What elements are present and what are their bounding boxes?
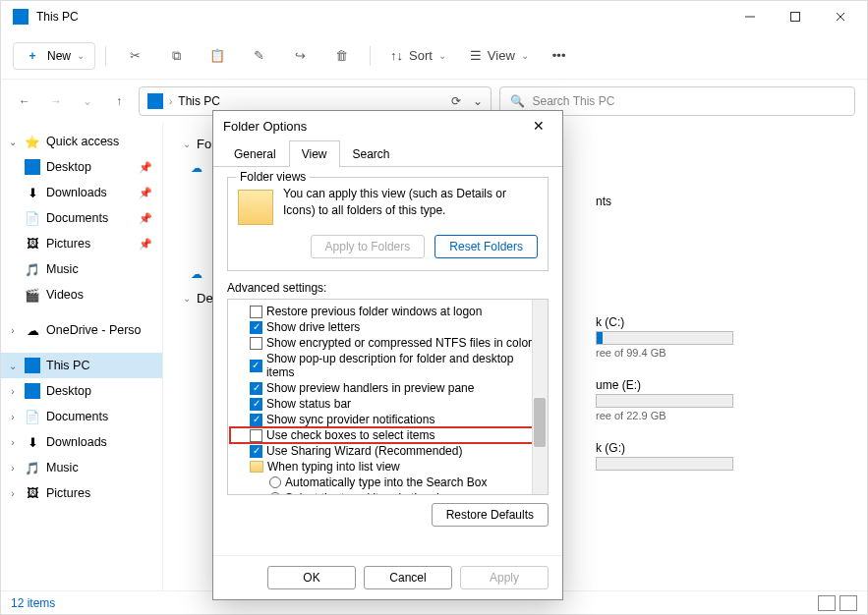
- setting-label: Automatically type into the Search Box: [285, 475, 487, 489]
- radio[interactable]: [269, 492, 281, 495]
- setting-label: Show sync provider notifications: [266, 413, 434, 426]
- forward-button[interactable]: →: [44, 89, 68, 113]
- cut-icon: ✂: [126, 47, 144, 65]
- item-count: 12 items: [11, 596, 55, 610]
- sidebar-pictures[interactable]: 🖼Pictures📌: [1, 231, 162, 256]
- advanced-setting-item[interactable]: ✓Use Sharing Wizard (Recommended): [230, 443, 546, 459]
- sidebar-downloads[interactable]: ⬇Downloads📌: [1, 180, 162, 205]
- music-icon: 🎵: [25, 261, 40, 277]
- toolbar: + New ⌄ ✂ ⧉ 📋 ✎ ↪ 🗑 ↑↓ Sort ⌄ ☰ View ⌄ •…: [1, 32, 867, 80]
- scrollbar-thumb[interactable]: [534, 398, 546, 447]
- chevron-right-icon: ›: [169, 96, 172, 107]
- checkbox[interactable]: ✓: [250, 398, 262, 411]
- pc-icon: [25, 358, 40, 373]
- advanced-setting-item[interactable]: Show encrypted or compressed NTFS files …: [230, 335, 546, 351]
- sidebar-pc-downloads[interactable]: ›⬇Downloads: [1, 429, 162, 455]
- checkbox[interactable]: ✓: [250, 321, 262, 334]
- paste-icon: 📋: [208, 47, 226, 65]
- sidebar-onedrive[interactable]: ›☁OneDrive - Perso: [1, 317, 162, 343]
- minimize-button[interactable]: [727, 1, 773, 32]
- checkbox[interactable]: ✓: [250, 360, 262, 372]
- advanced-settings-list[interactable]: Restore previous folder windows at logon…: [227, 299, 549, 495]
- sidebar-music[interactable]: 🎵Music: [1, 256, 162, 282]
- desktop-icon: [25, 383, 40, 399]
- new-button[interactable]: + New ⌄: [13, 42, 95, 70]
- advanced-setting-item[interactable]: ✓Show drive letters: [230, 319, 546, 335]
- checkbox[interactable]: ✓: [250, 382, 262, 395]
- drive-item[interactable]: ume (E:) ree of 22.9 GB: [596, 378, 847, 421]
- restore-defaults-button[interactable]: Restore Defaults: [432, 503, 549, 527]
- recent-button[interactable]: ⌄: [76, 89, 99, 113]
- large-icons-view-icon[interactable]: [839, 595, 857, 611]
- music-icon: 🎵: [25, 460, 40, 475]
- sidebar-videos[interactable]: 🎬Videos: [1, 282, 162, 308]
- dialog-close-button[interactable]: ✕: [525, 116, 552, 136]
- plus-icon: +: [24, 47, 41, 65]
- sidebar-desktop[interactable]: Desktop📌: [1, 154, 162, 180]
- rename-button[interactable]: ✎: [240, 41, 277, 71]
- drive-capacity-bar: [596, 331, 733, 345]
- cancel-button[interactable]: Cancel: [364, 566, 452, 589]
- search-placeholder: Search This PC: [533, 94, 615, 108]
- paste-button[interactable]: 📋: [199, 41, 236, 71]
- advanced-setting-item[interactable]: ✓Show sync provider notifications: [230, 412, 546, 427]
- advanced-setting-item[interactable]: ✓Show pop-up description for folder and …: [230, 351, 546, 380]
- advanced-setting-item[interactable]: Use check boxes to select items: [230, 427, 546, 443]
- sync-icon: ☁: [191, 267, 203, 281]
- checkbox[interactable]: ✓: [250, 414, 262, 426]
- sort-button[interactable]: ↑↓ Sort ⌄: [380, 42, 456, 69]
- advanced-setting-item[interactable]: ✓Show preview handlers in preview pane: [230, 380, 546, 396]
- titlebar: This PC: [1, 1, 867, 32]
- up-button[interactable]: ↑: [107, 89, 131, 113]
- checkbox[interactable]: [250, 306, 262, 318]
- drive-item[interactable]: k (C:) ree of 99.4 GB: [596, 315, 847, 359]
- setting-label: Show drive letters: [266, 320, 360, 334]
- radio[interactable]: [269, 476, 281, 488]
- advanced-setting-item[interactable]: Automatically type into the Search Box: [230, 475, 546, 490]
- svg-rect-1: [791, 13, 800, 22]
- tab-view[interactable]: View: [289, 140, 340, 167]
- details-view-icon[interactable]: [818, 595, 836, 611]
- drive-item[interactable]: k (G:): [596, 441, 847, 471]
- tab-search[interactable]: Search: [340, 140, 403, 167]
- refresh-button[interactable]: ⟳: [451, 94, 461, 108]
- view-button[interactable]: ☰ View ⌄: [460, 42, 539, 69]
- more-button[interactable]: •••: [543, 42, 576, 69]
- chevron-down-icon: ⌄: [77, 50, 85, 61]
- sidebar-quick-access[interactable]: ⌄⭐Quick access: [1, 129, 162, 154]
- advanced-setting-item[interactable]: When typing into list view: [230, 459, 546, 475]
- sidebar-pc-music[interactable]: ›🎵Music: [1, 455, 162, 480]
- checkbox[interactable]: [250, 429, 262, 442]
- advanced-setting-item[interactable]: Select the typed item in the view: [230, 490, 546, 495]
- address-dropdown[interactable]: ⌄: [473, 94, 483, 108]
- apply-button[interactable]: Apply: [460, 566, 549, 589]
- back-button[interactable]: ←: [13, 89, 36, 113]
- advanced-setting-item[interactable]: ✓Show status bar: [230, 396, 546, 412]
- sidebar-documents[interactable]: 📄Documents📌: [1, 205, 162, 231]
- sidebar-pc-documents[interactable]: ›📄Documents: [1, 404, 162, 429]
- apply-to-folders-button[interactable]: Apply to Folders: [311, 235, 426, 258]
- documents-icon: 📄: [25, 210, 40, 226]
- share-button[interactable]: ↪: [281, 41, 318, 71]
- cut-button[interactable]: ✂: [116, 41, 153, 71]
- scrollbar[interactable]: [532, 300, 548, 494]
- maximize-button[interactable]: [773, 1, 818, 32]
- tab-general[interactable]: General: [221, 140, 289, 167]
- sidebar: ⌄⭐Quick access Desktop📌 ⬇Downloads📌 📄Doc…: [1, 123, 163, 590]
- downloads-icon: ⬇: [25, 434, 40, 450]
- delete-button[interactable]: 🗑: [322, 41, 360, 71]
- checkbox[interactable]: ✓: [250, 445, 262, 458]
- dialog-title: Folder Options: [223, 119, 307, 134]
- sidebar-pc-desktop[interactable]: ›Desktop: [1, 378, 162, 404]
- checkbox[interactable]: [250, 337, 262, 350]
- close-button[interactable]: [818, 1, 863, 32]
- pictures-icon: 🖼: [25, 236, 40, 252]
- sidebar-pc-pictures[interactable]: ›🖼Pictures: [1, 480, 162, 506]
- folder-options-dialog: Folder Options ✕ General View Search Fol…: [212, 110, 563, 600]
- ok-button[interactable]: OK: [267, 566, 356, 589]
- app-icon: [13, 9, 29, 25]
- reset-folders-button[interactable]: Reset Folders: [434, 235, 538, 258]
- copy-button[interactable]: ⧉: [157, 41, 195, 71]
- advanced-setting-item[interactable]: Restore previous folder windows at logon: [230, 304, 546, 319]
- sidebar-this-pc[interactable]: ⌄This PC: [1, 353, 162, 378]
